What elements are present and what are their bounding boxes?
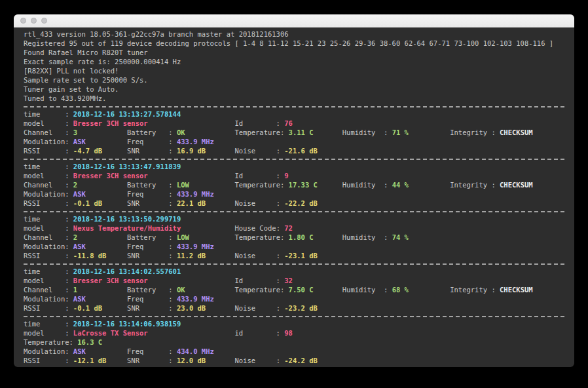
terminal-line: time : 2018-12-16 13:14:06.938159 <box>24 319 574 328</box>
field-value: -4.7 dB <box>73 147 102 155</box>
field-label: model : <box>24 329 73 337</box>
record-separator <box>24 263 565 265</box>
field-label: SNR : <box>106 252 176 260</box>
record-separator <box>24 106 565 107</box>
field-value: Bresser 3CH sensor <box>73 172 148 180</box>
terminal-line: Sample rate set to 250000 S/s. <box>24 75 574 85</box>
field-label: Modulation: <box>24 242 73 250</box>
terminal-line: time : 2018-12-16 13:13:47.911839 <box>24 162 574 171</box>
field-value: 23.0 dB <box>177 304 206 312</box>
field-value: 74 % <box>392 233 409 241</box>
field-value: 16.3 C <box>77 338 102 346</box>
field-value: 22.1 dB <box>177 199 206 207</box>
field-label: Exact sample rate is: 250000.000414 Hz <box>24 58 181 66</box>
field-value: -12.1 dB <box>73 357 107 364</box>
field-label: Channel : <box>24 286 73 294</box>
field-label: Battery : <box>77 128 177 136</box>
field-label: Freq : <box>86 190 177 198</box>
field-value: CHECKSUM <box>500 286 533 294</box>
field-value: 1.80 C <box>289 233 314 241</box>
field-label: Modulation: <box>24 138 73 146</box>
field-value: 434.0 MHz <box>177 347 214 355</box>
field-value: 2018-12-16 13:13:50.299719 <box>73 215 181 223</box>
field-label: [R82XX] PLL not locked! <box>24 67 119 75</box>
terminal-output[interactable]: rtl_433 version 18.05-361-g22cc97a branc… <box>14 28 574 365</box>
field-label: RSSI : <box>24 199 73 207</box>
field-label: Tuner gain set to Auto. <box>24 85 119 93</box>
field-value: 7.50 C <box>289 286 314 294</box>
zoom-button[interactable] <box>41 18 47 24</box>
field-value: LOW <box>177 181 189 189</box>
field-value: Nexus Temperature/Humidity <box>73 224 181 232</box>
field-label: Humidity : <box>314 128 392 136</box>
field-label: Channel : <box>24 233 73 241</box>
field-label: RSSI : <box>24 252 73 260</box>
field-label: Humidity : <box>318 181 392 189</box>
field-label: RSSI : <box>24 357 73 364</box>
field-value: -22.2 dB <box>284 199 318 207</box>
field-value: ASK <box>73 242 86 250</box>
field-label: Integrity : <box>409 286 500 294</box>
field-label: Id : <box>148 172 285 180</box>
terminal-line: Tuned to 433.920MHz. <box>24 94 574 103</box>
field-label: SNR : <box>102 199 177 207</box>
field-label: Battery : <box>77 181 177 189</box>
terminal-line: Modulation: ASK Freq : 434.0 MHz <box>24 347 574 356</box>
field-value: 433.9 MHz <box>177 295 214 303</box>
field-label: Integrity : <box>409 181 500 189</box>
terminal-line: rtl_433 version 18.05-361-g22cc97a branc… <box>24 29 574 39</box>
terminal-line: Registered 95 out of 119 device decoding… <box>24 39 574 48</box>
field-label: Freq : <box>86 347 177 355</box>
field-label: SNR : <box>102 147 177 155</box>
close-button[interactable] <box>20 18 26 24</box>
field-label: Temperature: <box>189 181 289 189</box>
field-label: rtl_433 version 18.05-361-g22cc97a branc… <box>24 30 289 38</box>
terminal-line: Channel : 2 Battery : LOW Temperature: 1… <box>24 180 574 189</box>
field-value: OK <box>177 286 185 294</box>
terminal-line: [R82XX] PLL not locked! <box>24 66 574 75</box>
field-value: ASK <box>73 295 86 303</box>
field-value: 2018-12-16 13:13:47.911839 <box>73 163 181 170</box>
terminal-line: Modulation: ASK Freq : 433.9 MHz <box>24 294 574 303</box>
field-value: -0.1 dB <box>73 304 102 312</box>
field-label: Registered 95 out of 119 device decoding… <box>24 39 553 47</box>
field-value: Bresser 3CH sensor <box>73 277 148 284</box>
field-label: Noise : <box>206 304 284 312</box>
field-label: time : <box>24 110 73 118</box>
field-value: -11.8 dB <box>73 252 107 260</box>
terminal-line: RSSI : -4.7 dB SNR : 16.9 dB Noise : -21… <box>24 146 574 155</box>
terminal-line: Channel : 1 Battery : OK Temperature: 7.… <box>24 285 574 294</box>
field-label: model : <box>24 224 73 232</box>
field-value: 2018-12-16 13:14:02.557601 <box>73 267 181 275</box>
field-label: SNR : <box>102 304 177 312</box>
field-value: 44 % <box>392 181 409 189</box>
title-bar[interactable] <box>14 14 574 28</box>
terminal-line: model : LaCrosse TX Sensor id : 98 <box>24 328 574 338</box>
field-value: CHECKSUM <box>500 128 533 136</box>
terminal-line: RSSI : -12.1 dB SNR : 12.0 dB Noise : -2… <box>24 356 574 365</box>
terminal-line: Modulation: ASK Freq : 433.9 MHz <box>24 242 574 251</box>
field-label: model : <box>24 277 73 284</box>
terminal-line: RSSI : -0.1 dB SNR : 23.0 dB Noise : -23… <box>24 303 574 313</box>
field-value: 16.9 dB <box>177 147 206 155</box>
minimize-button[interactable] <box>31 18 37 24</box>
field-value: -0.1 dB <box>73 199 102 207</box>
field-value: -21.6 dB <box>284 147 318 155</box>
field-value: 32 <box>284 277 293 284</box>
terminal-line: time : 2018-12-16 13:14:02.557601 <box>24 267 574 276</box>
terminal-line: model : Bresser 3CH sensor Id : 9 <box>24 171 574 180</box>
field-label: RSSI : <box>24 147 73 155</box>
field-label: Freq : <box>86 242 177 250</box>
field-label: time : <box>24 215 73 223</box>
field-value: 76 <box>284 119 293 127</box>
terminal-window: rtl_433 version 18.05-361-g22cc97a branc… <box>14 14 574 367</box>
field-label: Sample rate set to 250000 S/s. <box>24 76 148 84</box>
field-value: 68 % <box>392 286 409 294</box>
field-label: Battery : <box>77 286 177 294</box>
terminal-line: Modulation: ASK Freq : 433.9 MHz <box>24 189 574 199</box>
field-value: ASK <box>73 190 86 198</box>
field-value: 433.9 MHz <box>177 190 214 198</box>
field-value: 12.0 dB <box>177 357 206 364</box>
field-label: Freq : <box>86 295 177 303</box>
field-label: Found Rafael Micro R820T tuner <box>24 48 148 56</box>
